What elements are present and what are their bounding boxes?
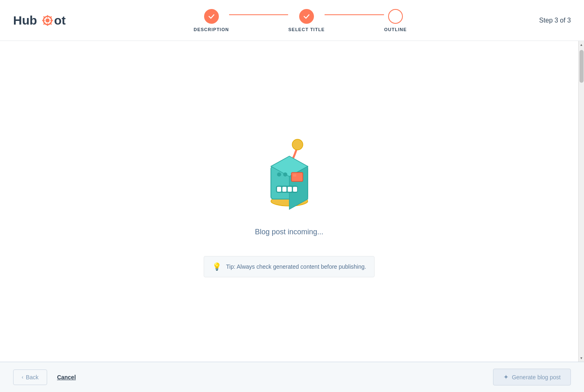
svg-point-2 bbox=[45, 18, 50, 23]
step-counter: Step 3 of 3 bbox=[514, 17, 571, 24]
hubspot-logo: Hub ot bbox=[13, 11, 79, 29]
svg-rect-20 bbox=[282, 187, 286, 192]
step-label-outline: OUTLINE bbox=[384, 27, 407, 32]
robot-illustration bbox=[248, 125, 330, 213]
loading-text: Blog post incoming... bbox=[255, 228, 323, 236]
step-circle-select-title bbox=[299, 9, 314, 24]
scrollbar-down-arrow[interactable]: ▼ bbox=[579, 354, 584, 362]
svg-point-26 bbox=[283, 172, 287, 177]
back-button[interactable]: ‹ Back bbox=[13, 369, 47, 385]
back-button-label: Back bbox=[26, 374, 39, 381]
cancel-button[interactable]: Cancel bbox=[57, 374, 76, 381]
content-wrapper: Blog post incoming... 💡 Tip: Always chec… bbox=[0, 41, 584, 362]
generate-button[interactable]: ✦ Generate blog post bbox=[493, 369, 571, 385]
svg-rect-22 bbox=[293, 187, 297, 192]
lightbulb-icon: 💡 bbox=[212, 262, 221, 271]
generate-button-label: Generate blog post bbox=[512, 374, 561, 381]
scrollbar-track[interactable]: ▲ ▼ bbox=[578, 41, 584, 362]
main-content: Blog post incoming... 💡 Tip: Always chec… bbox=[0, 41, 578, 362]
scrollbar-up-arrow[interactable]: ▲ bbox=[579, 41, 584, 48]
svg-rect-23 bbox=[291, 172, 303, 181]
chevron-left-icon: ‹ bbox=[22, 374, 23, 380]
logo: Hub ot bbox=[13, 11, 87, 29]
step-circle-outline bbox=[388, 9, 403, 24]
svg-point-25 bbox=[277, 172, 281, 177]
cancel-button-label: Cancel bbox=[57, 374, 76, 381]
svg-rect-19 bbox=[277, 187, 281, 192]
step-outline: OUTLINE bbox=[384, 9, 407, 32]
tip-box: 💡 Tip: Always check generated content be… bbox=[204, 256, 375, 277]
step-label-select-title: SELECT TITLE bbox=[288, 27, 325, 32]
step-connector-2 bbox=[325, 14, 384, 15]
svg-text:ot: ot bbox=[54, 14, 66, 27]
header: Hub ot bbox=[0, 0, 584, 41]
step-circle-description bbox=[204, 9, 219, 24]
footer-left: ‹ Back Cancel bbox=[13, 369, 76, 385]
svg-rect-21 bbox=[288, 187, 292, 192]
tip-text: Tip: Always check generated content befo… bbox=[226, 263, 366, 270]
svg-text:Hub: Hub bbox=[13, 14, 37, 27]
step-connector-1 bbox=[229, 14, 289, 15]
svg-rect-24 bbox=[293, 174, 296, 177]
step-select-title: SELECT TITLE bbox=[288, 9, 325, 32]
sprocket-icon: ✦ bbox=[503, 373, 509, 381]
footer: ‹ Back Cancel ✦ Generate blog post bbox=[0, 362, 584, 392]
stepper: DESCRIPTION SELECT TITLE OUTLINE bbox=[87, 9, 514, 32]
scrollbar-thumb[interactable] bbox=[579, 50, 584, 83]
step-description: DESCRIPTION bbox=[194, 9, 229, 32]
svg-point-14 bbox=[292, 139, 303, 150]
step-label-description: DESCRIPTION bbox=[194, 27, 229, 32]
